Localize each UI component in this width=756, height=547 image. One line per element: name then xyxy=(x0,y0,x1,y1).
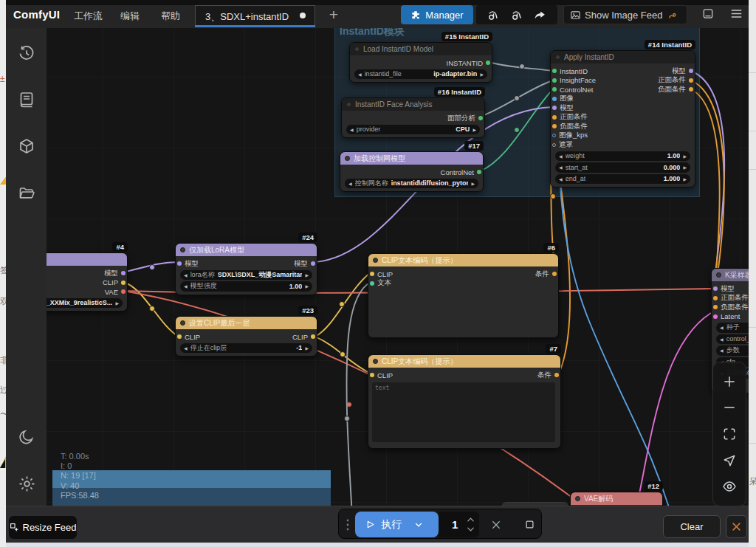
node-load-controlnet-model[interactable]: 加载控制网模型ControlNet◀控制网名称instantid\diffusi… xyxy=(340,151,484,192)
port-dot[interactable] xyxy=(713,296,718,300)
input-port-负面条件[interactable]: 负面条件 xyxy=(552,122,588,131)
node-clip-text-encode-positive[interactable]: CLIP文本编码（提示）CLIP文本条件 xyxy=(368,253,559,338)
input-port-InstantID[interactable]: InstantID xyxy=(552,66,588,75)
hamburger-menu-icon[interactable] xyxy=(729,8,743,19)
widget-end_at[interactable]: ◀end_at1.000▶ xyxy=(555,174,690,185)
widget-left-arrow-icon[interactable]: ◀ xyxy=(559,165,563,170)
port-dot[interactable] xyxy=(121,281,126,285)
input-port-负面条件[interactable]: 负面条件 xyxy=(713,303,749,312)
input-port-遮罩[interactable]: 遮罩 xyxy=(552,140,573,149)
output-port-模型[interactable]: 模型 xyxy=(104,269,126,278)
widget-right-arrow-icon[interactable]: ▶ xyxy=(683,165,687,170)
zoom-in-icon[interactable] xyxy=(722,374,737,389)
reroute-dot[interactable] xyxy=(515,96,520,101)
update-all-icon[interactable] xyxy=(511,9,523,21)
output-port-正面条件[interactable]: 正面条件 xyxy=(658,76,693,85)
port-dot[interactable] xyxy=(713,305,718,309)
input-port-CLIP[interactable]: CLIP xyxy=(177,332,200,341)
node-title[interactable]: Load InstantID Model xyxy=(350,43,492,55)
cancel-run-icon[interactable] xyxy=(489,509,504,540)
node-title[interactable]: Apply InstantID xyxy=(551,51,695,63)
port-dot[interactable] xyxy=(477,170,481,174)
port-dot[interactable] xyxy=(177,334,182,339)
port-dot[interactable] xyxy=(552,106,557,110)
widget-right-arrow-icon[interactable]: ▶ xyxy=(305,283,309,289)
menu-edit[interactable]: 编辑 xyxy=(120,10,140,23)
bottom-panel-icon[interactable] xyxy=(701,7,715,20)
node-load-instantid-model[interactable]: Load InstantID ModelINSTANTID◀instantid_… xyxy=(349,42,492,83)
port-dot[interactable] xyxy=(689,78,693,83)
input-port-图像[interactable]: 图像 xyxy=(552,94,574,103)
output-port-条件[interactable]: 条件 xyxy=(535,269,557,278)
input-port-正面条件[interactable]: 正面条件 xyxy=(552,113,588,122)
node-clip-text-encode-negative[interactable]: CLIP文本编码（提示）CLIP条件text xyxy=(368,354,561,449)
output-port-VAE[interactable]: VAE xyxy=(105,287,126,296)
node-lora-loader[interactable]: 仅加载LoRA模型模型模型◀lora名称SDXL\SDXL_动漫Samarita… xyxy=(175,243,317,295)
port-dot[interactable] xyxy=(552,78,557,83)
output-port-CLIP[interactable]: CLIP xyxy=(103,278,126,287)
output-port-模型[interactable]: 模型 xyxy=(294,259,315,268)
output-port-条件[interactable]: 条件 xyxy=(537,371,559,379)
port-dot[interactable] xyxy=(311,261,315,266)
node-vae-decode[interactable]: VAE解码 xyxy=(570,492,663,506)
widget-instantid_file[interactable]: ◀instantid_fileip-adapter.bin▶ xyxy=(354,69,487,80)
port-dot[interactable] xyxy=(552,134,556,137)
workflow-tab[interactable]: 3、SDXL+instantID xyxy=(195,5,315,27)
input-port-InsightFace[interactable]: InsightFace xyxy=(552,76,596,85)
widget-left-arrow-icon[interactable]: ◀ xyxy=(720,337,724,342)
widget-right-arrow-icon[interactable]: ▶ xyxy=(471,181,475,186)
reroute-dot[interactable] xyxy=(345,416,350,422)
collapse-dot-icon[interactable] xyxy=(716,272,721,278)
port-dot[interactable] xyxy=(554,373,559,377)
node-graph-canvas[interactable]: InstantID模块 Load InstantID ModelINSTANTI… xyxy=(47,28,749,506)
widget-left-arrow-icon[interactable]: ◀ xyxy=(559,154,563,159)
node-title[interactable]: InstantID Face Analysis xyxy=(342,98,484,111)
drag-handle-icon[interactable] xyxy=(345,509,351,540)
menu-workflow[interactable]: 工作流 xyxy=(74,10,103,23)
widget-模型强度[interactable]: ◀模型强度1.00▶ xyxy=(180,281,312,292)
share-icon[interactable] xyxy=(534,9,546,21)
zoom-out-icon[interactable] xyxy=(722,400,737,415)
node-title[interactable]: 加载控制网模型 xyxy=(340,152,483,165)
port-dot[interactable] xyxy=(689,69,693,73)
input-port-Latent[interactable]: Latent xyxy=(713,312,740,321)
output-port-CLIP[interactable]: CLIP xyxy=(292,332,315,341)
output-port-INSTANTID[interactable]: INSTANTID xyxy=(447,58,490,67)
widget-种子[interactable]: ◀种子 xyxy=(716,323,749,333)
collapse-dot-icon[interactable] xyxy=(345,156,350,161)
port-dot[interactable] xyxy=(370,272,374,276)
stop-icon[interactable] xyxy=(522,509,537,540)
settings-gear-icon[interactable] xyxy=(18,475,36,493)
manager-button[interactable]: Manager xyxy=(401,5,473,24)
node-title[interactable]: CLIP文本编码（提示） xyxy=(368,355,560,368)
collapse-dot-icon[interactable] xyxy=(354,47,360,52)
fetch-updates-icon[interactable] xyxy=(487,9,500,21)
collapse-dot-icon[interactable] xyxy=(373,258,378,263)
collapse-dot-icon[interactable] xyxy=(346,102,351,107)
new-workflow-button[interactable]: + xyxy=(324,6,343,25)
widget-left-arrow-icon[interactable]: ◀ xyxy=(184,272,188,278)
input-port-模型[interactable]: 模型 xyxy=(177,259,199,268)
widget-combo[interactable]: _XXMix_9realisticS...▶ xyxy=(47,298,123,309)
port-dot[interactable] xyxy=(713,286,718,291)
port-dot[interactable] xyxy=(486,61,490,65)
fit-view-icon[interactable] xyxy=(722,427,737,441)
history-icon[interactable] xyxy=(18,44,35,62)
node-instantid-face-analysis[interactable]: InstantID Face Analysis面部分析◀providerCPU▶ xyxy=(341,97,485,138)
decrement-icon[interactable] xyxy=(467,526,475,533)
output-port-ControlNet[interactable]: ControlNet xyxy=(441,168,481,176)
model-library-icon[interactable] xyxy=(18,137,35,155)
port-dot[interactable] xyxy=(552,124,557,128)
widget-provider[interactable]: ◀providerCPU▶ xyxy=(346,125,480,135)
increment-icon[interactable] xyxy=(467,516,475,523)
batch-count-stepper[interactable]: 1 xyxy=(439,512,479,537)
reroute-dot[interactable] xyxy=(520,64,525,69)
port-dot[interactable] xyxy=(177,261,182,266)
node-title[interactable]: 设置CLIP最后一层 xyxy=(176,317,317,329)
port-dot[interactable] xyxy=(121,271,126,275)
input-port-CLIP[interactable]: CLIP xyxy=(370,371,393,379)
widget-right-arrow-icon[interactable]: ▶ xyxy=(472,127,476,132)
widget-right-arrow-icon[interactable]: ▶ xyxy=(115,300,119,306)
node-title[interactable] xyxy=(47,253,127,266)
port-dot[interactable] xyxy=(552,115,557,120)
